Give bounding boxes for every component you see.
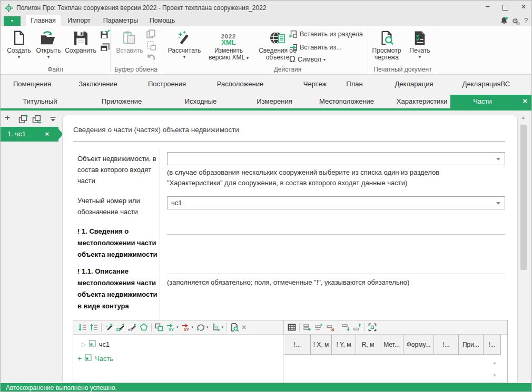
insert-from-section-button[interactable]: Вставить из раздела <box>289 30 363 38</box>
auto-fill-wand-icon[interactable] <box>105 323 113 331</box>
grid-column-header[interactable]: ! Y, м <box>332 335 356 355</box>
duplicate-part-with-contours-button[interactable] <box>32 115 42 127</box>
close-tab-icon[interactable]: × <box>523 96 527 105</box>
grid-column-header[interactable]: Форму... <box>403 335 434 355</box>
change-xml-version-button[interactable]: 2022 XML Изменить версию XML ▾ <box>205 29 252 62</box>
print-button[interactable]: Печать ▾ <box>407 29 432 59</box>
app-menu-button[interactable]: ▼ <box>4 16 21 26</box>
insert-point-below-icon[interactable] <box>78 323 86 331</box>
move-row-up-icon[interactable] <box>353 323 361 331</box>
title-divider <box>73 141 505 142</box>
section-tab-active-chasti[interactable]: Части × <box>450 95 532 108</box>
scrollbar-thumb[interactable] <box>520 125 527 270</box>
grid-column-header[interactable]: !... <box>484 335 501 355</box>
axes-orientation-icon[interactable]: xy <box>212 323 220 331</box>
print-label: Печать <box>409 47 430 54</box>
grid-scroll-down-icon[interactable]: ▼ <box>492 373 497 378</box>
close-part-icon[interactable]: × <box>45 127 49 142</box>
menu-tab-glavnaya[interactable]: Главная <box>26 15 61 26</box>
section-tab[interactable]: План <box>346 80 362 88</box>
create-button[interactable]: Создать ▾ <box>5 29 33 59</box>
section-tab[interactable]: Местоположение <box>319 97 374 105</box>
section-tab[interactable]: Исходные <box>185 97 216 105</box>
grid-column-header[interactable]: !... <box>434 335 459 355</box>
parts-menu-filter-button[interactable] <box>49 116 57 125</box>
undo-icon[interactable] <box>146 52 156 63</box>
grid-column-header[interactable]: Мет... <box>380 335 403 355</box>
toolbar-separator <box>299 323 300 331</box>
tree-item-part[interactable]: ▷ чс1 <box>82 340 110 348</box>
section-tab[interactable]: Помещения <box>13 80 51 88</box>
chevron-down-icon[interactable]: ▾ <box>206 325 209 329</box>
expand-fullscreen-icon[interactable] <box>368 323 377 331</box>
minimize-button[interactable]: – <box>480 1 496 14</box>
part-item-label: 1. чс1 <box>1 130 26 138</box>
preview-contour-icon[interactable] <box>230 323 239 331</box>
section-tab[interactable]: ДекларацияВС <box>462 80 510 88</box>
scroll-up-icon[interactable]: ▲ <box>521 115 526 120</box>
chevron-down-icon: ▾ <box>47 55 50 59</box>
grid-column-header[interactable]: !... <box>284 335 311 355</box>
move-row-down-icon[interactable] <box>341 323 350 331</box>
drawing-preview-button[interactable]: Просмотр чертежа <box>369 29 404 61</box>
expander-icon[interactable]: ▷ <box>82 341 86 347</box>
section-tab[interactable]: Заключение <box>78 80 117 88</box>
maximize-button[interactable] <box>498 1 514 14</box>
menu-tab-parametry[interactable]: Параметры <box>101 15 141 26</box>
paste-button[interactable]: Вставить <box>114 29 145 54</box>
help-icon[interactable]: ? <box>524 16 528 24</box>
add-row-icon[interactable] <box>314 323 323 331</box>
save-with-check-icon[interactable] <box>100 29 110 39</box>
auto-prefix-wand-icon[interactable]: н1 <box>128 323 136 331</box>
chevron-down-icon[interactable]: ▾ <box>222 325 224 329</box>
chevron-down-icon[interactable]: ▾ <box>192 325 194 329</box>
save-all-icon[interactable] <box>100 42 110 52</box>
table-view-icon[interactable] <box>288 323 296 331</box>
add-row-after-icon[interactable] <box>303 323 311 331</box>
section2-label: ! 1.1. Описание местоположения части объ… <box>77 266 161 312</box>
section-tab[interactable]: Измерения <box>257 97 292 105</box>
menu-tab-pomosch[interactable]: Помощь <box>146 15 179 26</box>
insert-from-button[interactable]: Вставить из... <box>289 43 342 52</box>
grid-scroll-up-icon[interactable]: ▲ <box>492 360 497 365</box>
section-tab[interactable]: Приложение <box>102 97 142 105</box>
section-tab[interactable]: Характеристики <box>397 97 447 105</box>
add-part-button[interactable]: + <box>5 113 10 123</box>
section-tab[interactable]: Расположение <box>217 80 263 88</box>
polygon-contour-icon[interactable] <box>140 323 148 331</box>
help-glyph: ? <box>524 16 528 24</box>
notifications-bell-icon[interactable] <box>500 16 508 27</box>
object-combobox[interactable] <box>167 152 505 165</box>
grid-column-header[interactable]: ! X, м <box>311 335 332 355</box>
part-list-item-selected[interactable]: 1. чс1 × <box>1 127 58 142</box>
tree-item-add-part[interactable]: + Часть <box>77 354 113 363</box>
calculate-button[interactable]: Рассчитать ▾ <box>167 29 202 59</box>
copy-contour-icon[interactable] <box>155 323 163 331</box>
settings-gears-icon[interactable]: ⚙⚙ <box>512 17 522 25</box>
open-button[interactable]: Открыть ▾ <box>34 29 63 59</box>
auto-number-wand-icon[interactable] <box>116 323 125 331</box>
section-tab[interactable]: Построения <box>148 80 186 88</box>
menu-tab-import[interactable]: Импорт <box>63 15 95 26</box>
rotate-contour-icon[interactable] <box>196 323 205 331</box>
section-tab[interactable]: Декларация <box>395 80 434 88</box>
close-window-button[interactable]: × <box>516 1 531 14</box>
actions-group-label: Действия <box>264 66 311 73</box>
grid-column-header[interactable]: R, м <box>356 335 380 355</box>
save-button[interactable]: Сохранить <box>63 29 98 54</box>
section-tab[interactable]: Чертеж <box>303 80 327 88</box>
shift-xy-negative-icon[interactable]: XY <box>182 323 190 331</box>
duplicate-part-button[interactable] <box>18 115 28 127</box>
part-number-combobox[interactable]: чс1 <box>167 196 505 209</box>
symbol-button[interactable]: Ω Символ ▾ <box>289 55 326 64</box>
insert-point-above-icon[interactable] <box>90 323 98 331</box>
copy-icon[interactable] <box>146 29 156 39</box>
chevron-down-icon[interactable]: ▾ <box>176 325 179 329</box>
shift-xy-icon[interactable]: XY <box>166 323 175 331</box>
grid-column-header[interactable]: При... <box>459 335 484 355</box>
paste-special-icon[interactable] <box>146 41 156 51</box>
delete-contour-icon[interactable]: × <box>242 324 246 331</box>
section-tab[interactable]: Титульный <box>23 97 57 105</box>
main-scrollbar[interactable]: ▲ <box>519 110 528 383</box>
delete-row-icon[interactable] <box>326 323 334 331</box>
